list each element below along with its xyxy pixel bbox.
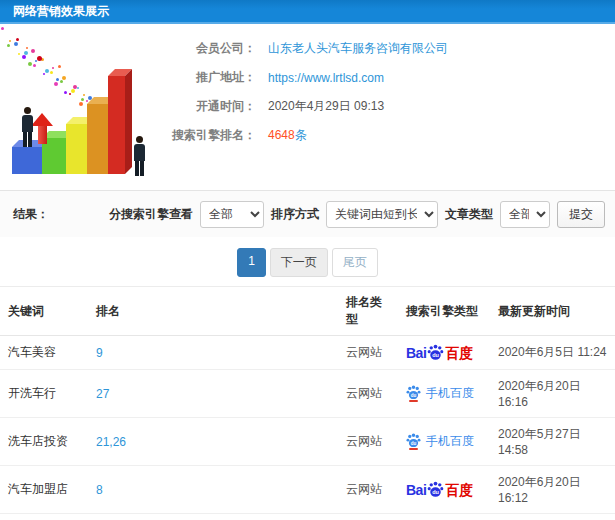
engine-filter-label: 分搜索引擎查看 [109, 206, 193, 223]
rank-link[interactable]: 8 [96, 483, 103, 497]
article-type-label: 文章类型 [445, 206, 493, 223]
rank-link[interactable]: 9 [96, 346, 103, 360]
update-time-cell: 2020年6月20日 16:16 [490, 370, 615, 418]
engine-filter-select[interactable]: 全部 [200, 201, 264, 228]
rank-cell: 9 [88, 336, 338, 370]
rank-type-cell: 云网站 [338, 418, 398, 466]
businessman-figure-right [133, 136, 146, 176]
mobile-baidu-paw-icon: du [406, 385, 421, 402]
table-header-row: 关键词 排名 排名类型 搜索引擎类型 最新更新时间 [0, 287, 615, 336]
hero-section: 会员公司： 山东老人头汽车服务咨询有限公司 推广地址： https://www.… [0, 24, 615, 190]
table-row: 汽车加盟店 8 云网站 Baidu百度 du手机百度 2020年6月20日 16… [0, 466, 615, 514]
results-table-body: 汽车美容 9 云网站 Baidu百度 du手机百度 2020年6月5日 11:2… [0, 336, 615, 520]
keyword-cell: 加盟洗车店 [0, 514, 88, 520]
mobile-baidu-paw-icon: du [406, 433, 421, 450]
company-row: 会员公司： 山东老人头汽车服务咨询有限公司 [160, 34, 615, 63]
opened-time-label: 开通时间： [160, 98, 256, 115]
rank-link[interactable]: 27 [96, 387, 109, 401]
promo-url-link[interactable]: https://www.lrtlsd.com [268, 71, 384, 85]
svg-text:du: du [411, 392, 417, 397]
engine-cell: Baidu百度 du手机百度 [398, 418, 490, 466]
results-table: 关键词 排名 排名类型 搜索引擎类型 最新更新时间 汽车美容 9 云网站 Bai… [0, 286, 615, 520]
opened-time-row: 开通时间： 2020年4月29日 09:13 [160, 92, 615, 121]
last-page-button[interactable]: 尾页 [332, 248, 378, 277]
rank-type-cell: 云网站 [338, 336, 398, 370]
up-arrow-graphic [31, 113, 53, 144]
businessman-figure-left [21, 107, 34, 147]
next-page-button[interactable]: 下一页 [270, 248, 328, 277]
rank-cell: 25,28,28 [88, 514, 338, 520]
baidu-bai-text: Bai [406, 346, 426, 360]
page-title: 网络营销效果展示 [13, 4, 109, 18]
engine-rank-value: 4648条 [268, 127, 307, 144]
window-title-bar: 网络营销效果展示 [0, 0, 615, 24]
chart-bar [12, 147, 43, 174]
engine-type-header: 搜索引擎类型 [398, 287, 490, 336]
sort-mode-select[interactable]: 关键词由短到长排序 [326, 201, 438, 228]
keyword-cell: 汽车加盟店 [0, 466, 88, 514]
rank-unit: 条 [295, 128, 307, 142]
result-label: 结果： [13, 206, 49, 223]
baidu-cn-text: 百度 [445, 483, 473, 497]
mobile-baidu-label: 手机百度 [426, 385, 474, 402]
engine-cell: Baidu百度 du手机百度 [398, 336, 490, 370]
keyword-cell: 汽车美容 [0, 336, 88, 370]
submit-button[interactable]: 提交 [557, 201, 605, 228]
company-label: 会员公司： [160, 40, 256, 57]
baidu-cn-text: 百度 [445, 346, 473, 360]
mobile-baidu-label: 手机百度 [426, 433, 474, 450]
keyword-cell: 开洗车行 [0, 370, 88, 418]
baidu-paw-icon: du [427, 344, 444, 361]
svg-text:du: du [432, 489, 439, 495]
filter-bar: 结果： 分搜索引擎查看 全部 排序方式 关键词由短到长排序 文章类型 全部 提交 [0, 190, 615, 237]
article-type-select[interactable]: 全部 [500, 201, 550, 228]
engine-cell: Baidu百度 du手机百度 [398, 514, 490, 520]
svg-text:du: du [411, 440, 417, 445]
page-1-button[interactable]: 1 [237, 248, 266, 277]
sort-mode-label: 排序方式 [271, 206, 319, 223]
table-row: 洗车店投资 21,26 云网站 Baidu百度 du手机百度 2020年5月27… [0, 418, 615, 466]
update-time-cell: 2020年6月5日 11:24 [490, 336, 615, 370]
marketing-clipart [0, 26, 160, 190]
company-link[interactable]: 山东老人头汽车服务咨询有限公司 [268, 40, 448, 57]
rank-type-cell: 云网站 [338, 370, 398, 418]
baidu-paw-icon: du [427, 481, 444, 498]
rank-type-header: 排名类型 [338, 287, 398, 336]
rank-cell: 8 [88, 466, 338, 514]
promo-url-row: 推广地址： https://www.lrtlsd.com [160, 63, 615, 92]
filter-controls: 分搜索引擎查看 全部 排序方式 关键词由短到长排序 文章类型 全部 提交 [109, 201, 605, 228]
keyword-cell: 洗车店投资 [0, 418, 88, 466]
table-row: 加盟洗车店 25,28,28 云网站 Baidu百度 du手机百度 2020年6… [0, 514, 615, 520]
update-time-cell: 2020年6月20日 16:11 [490, 514, 615, 520]
rank-type-cell: 云网站 [338, 514, 398, 520]
rank-type-cell: 云网站 [338, 466, 398, 514]
pagination: 1 下一页 尾页 [0, 237, 615, 286]
promo-url-label: 推广地址： [160, 69, 256, 86]
baidu-mobile-logo: du手机百度 [406, 385, 474, 402]
rank-count: 4648 [268, 128, 295, 142]
baidu-mobile-logo: du手机百度 [406, 433, 474, 450]
update-time-cell: 2020年6月20日 16:12 [490, 466, 615, 514]
update-time-cell: 2020年5月27日 14:58 [490, 418, 615, 466]
engine-cell: Baidu百度 du手机百度 [398, 466, 490, 514]
keyword-header: 关键词 [0, 287, 88, 336]
engine-cell: Baidu百度 du手机百度 [398, 370, 490, 418]
opened-time-value: 2020年4月29日 09:13 [268, 98, 384, 115]
chart-bar [87, 104, 108, 174]
table-row: 开洗车行 27 云网站 Baidu百度 du手机百度 2020年6月20日 16… [0, 370, 615, 418]
member-info-panel: 会员公司： 山东老人头汽车服务咨询有限公司 推广地址： https://www.… [160, 24, 615, 150]
rank-link[interactable]: 21,26 [96, 435, 126, 449]
engine-rank-row: 搜索引擎排名： 4648条 [160, 121, 615, 150]
svg-text:du: du [432, 352, 439, 358]
engine-rank-label: 搜索引擎排名： [160, 127, 256, 144]
rank-cell: 21,26 [88, 418, 338, 466]
baidu-logo: Baidu百度 [406, 344, 473, 361]
update-time-header: 最新更新时间 [490, 287, 615, 336]
baidu-logo: Baidu百度 [406, 481, 473, 498]
baidu-bai-text: Bai [406, 483, 426, 497]
rank-header: 排名 [88, 287, 338, 336]
table-row: 汽车美容 9 云网站 Baidu百度 du手机百度 2020年6月5日 11:2… [0, 336, 615, 370]
rank-cell: 27 [88, 370, 338, 418]
chart-bar [108, 76, 125, 174]
